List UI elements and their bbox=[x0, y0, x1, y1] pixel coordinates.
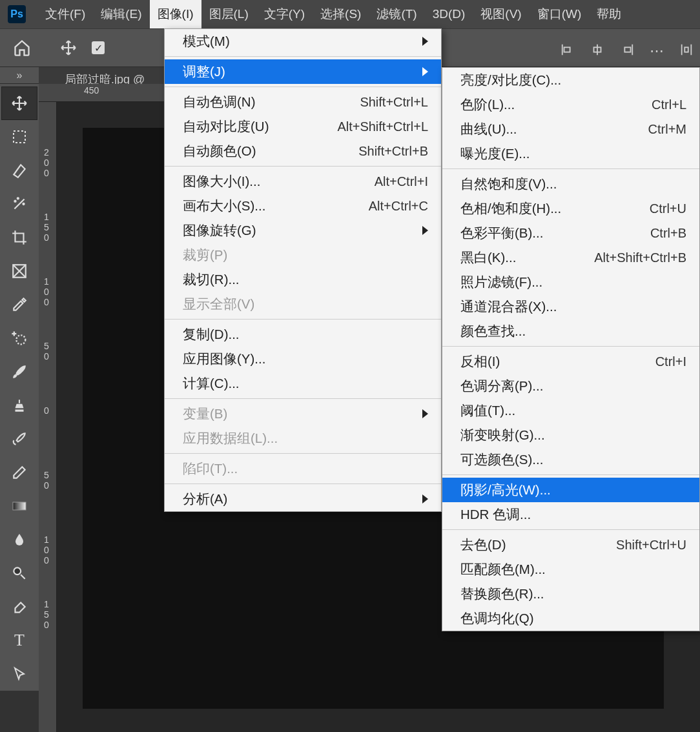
menu-3d[interactable]: 3D(D) bbox=[425, 0, 473, 28]
image-menu-item-16[interactable]: 应用图像(Y)... bbox=[165, 347, 441, 371]
image-menu-item-label: 自动对比度(U) bbox=[183, 117, 269, 136]
svg-rect-5 bbox=[624, 47, 630, 52]
move-tool-option-icon[interactable] bbox=[58, 37, 79, 58]
adjust-menu-item-20[interactable]: HDR 色调... bbox=[442, 502, 699, 527]
home-icon[interactable] bbox=[12, 37, 32, 58]
adjust-menu-item-label: 色相/饱和度(H)... bbox=[460, 199, 561, 218]
adjust-menu-item-1[interactable]: 色阶(L)...Ctrl+L bbox=[442, 92, 699, 117]
adjust-menu-item-8[interactable]: 黑白(K)...Alt+Shift+Ctrl+B bbox=[442, 245, 699, 270]
menu-file[interactable]: 文件(F) bbox=[37, 0, 93, 28]
adjust-menu-item-shortcut: Ctrl+M bbox=[648, 122, 686, 137]
spot-heal-tool[interactable] bbox=[1, 321, 37, 355]
adjust-menu-item-shortcut: Ctrl+B bbox=[650, 226, 686, 241]
distribute-icon[interactable] bbox=[679, 43, 694, 61]
adjust-menu-item-23[interactable]: 匹配颜色(M)... bbox=[442, 557, 699, 582]
image-menu-item-2[interactable]: 调整(J) bbox=[165, 59, 441, 84]
adjust-menu-item-label: 渐变映射(G)... bbox=[460, 426, 545, 444]
menu-filter[interactable]: 滤镜(T) bbox=[369, 0, 424, 28]
image-menu-item-0[interactable]: 模式(M) bbox=[165, 29, 441, 54]
svg-point-12 bbox=[23, 203, 24, 205]
menu-image[interactable]: 图像(I) bbox=[150, 0, 201, 28]
magic-wand-tool[interactable] bbox=[1, 187, 37, 221]
frame-tool[interactable] bbox=[1, 254, 37, 288]
adjust-menu-item-14[interactable]: 色调分离(P)... bbox=[442, 374, 699, 398]
adjust-menu-item-17[interactable]: 可选颜色(S)... bbox=[442, 447, 699, 472]
image-menu-item-shortcut: Shift+Ctrl+B bbox=[358, 144, 428, 159]
image-menu-item-label: 调整(J) bbox=[183, 63, 225, 81]
adjust-menu-separator bbox=[442, 346, 699, 347]
adjust-menu-item-11[interactable]: 颜色查找... bbox=[442, 319, 699, 343]
image-menu-item-15[interactable]: 复制(D)... bbox=[165, 322, 441, 347]
image-menu-item-shortcut: Alt+Ctrl+C bbox=[369, 199, 428, 214]
menu-select[interactable]: 选择(S) bbox=[313, 0, 369, 28]
menu-type[interactable]: 文字(Y) bbox=[256, 0, 313, 28]
move-tool[interactable] bbox=[1, 86, 37, 120]
adjust-menu-item-10[interactable]: 通道混合器(X)... bbox=[442, 294, 699, 319]
lasso-tool[interactable] bbox=[1, 154, 37, 187]
adjustments-submenu: 亮度/对比度(C)...色阶(L)...Ctrl+L曲线(U)...Ctrl+M… bbox=[442, 67, 700, 631]
menu-layer[interactable]: 图层(L) bbox=[201, 0, 256, 28]
adjust-menu-item-shortcut: Ctrl+L bbox=[652, 97, 686, 112]
adjust-menu-item-3[interactable]: 曝光度(E)... bbox=[442, 141, 699, 166]
ruler-vtick: 50 bbox=[41, 470, 52, 491]
adjust-menu-item-13[interactable]: 反相(I)Ctrl+I bbox=[442, 349, 699, 374]
menu-view[interactable]: 视图(V) bbox=[473, 0, 529, 28]
adjust-menu-item-16[interactable]: 渐变映射(G)... bbox=[442, 423, 699, 447]
align-right-icon[interactable] bbox=[620, 43, 634, 61]
adjust-menu-item-6[interactable]: 色相/饱和度(H)...Ctrl+U bbox=[442, 196, 699, 221]
align-hcenter-icon[interactable] bbox=[590, 43, 604, 61]
image-menu-item-9[interactable]: 画布大小(S)...Alt+Ctrl+C bbox=[165, 194, 441, 218]
adjust-menu-item-9[interactable]: 照片滤镜(F)... bbox=[442, 270, 699, 294]
adjust-menu-item-25[interactable]: 色调均化(Q) bbox=[442, 606, 699, 631]
image-menu-item-24[interactable]: 分析(A) bbox=[165, 487, 441, 511]
align-left-icon[interactable] bbox=[561, 43, 575, 61]
eyedropper-tool[interactable] bbox=[1, 288, 37, 321]
adjust-menu-separator bbox=[442, 168, 699, 169]
image-menu-item-5[interactable]: 自动对比度(U)Alt+Shift+Ctrl+L bbox=[165, 114, 441, 139]
image-menu-item-label: 应用图像(Y)... bbox=[183, 350, 265, 368]
adjust-menu-item-2[interactable]: 曲线(U)...Ctrl+M bbox=[442, 117, 699, 141]
gradient-tool[interactable] bbox=[1, 489, 37, 523]
image-menu-item-8[interactable]: 图像大小(I)...Alt+Ctrl+I bbox=[165, 169, 441, 194]
history-brush-tool[interactable] bbox=[1, 422, 37, 456]
menu-help[interactable]: 帮助 bbox=[589, 0, 629, 28]
menu-edit[interactable]: 编辑(E) bbox=[93, 0, 149, 28]
ellipsis-icon[interactable]: ⋯ bbox=[650, 43, 664, 61]
image-menu-item-label: 模式(M) bbox=[183, 32, 230, 50]
image-menu-item-17[interactable]: 计算(C)... bbox=[165, 371, 441, 396]
adjust-menu-item-0[interactable]: 亮度/对比度(C)... bbox=[442, 68, 699, 92]
adjust-menu-item-label: 曲线(U)... bbox=[460, 120, 517, 138]
svg-rect-9 bbox=[14, 131, 25, 143]
adjust-menu-item-5[interactable]: 自然饱和度(V)... bbox=[442, 172, 699, 196]
menu-window[interactable]: 窗口(W) bbox=[530, 0, 590, 28]
image-menu-item-4[interactable]: 自动色调(N)Shift+Ctrl+L bbox=[165, 90, 441, 114]
svg-point-20 bbox=[14, 567, 21, 574]
image-menu-item-12[interactable]: 裁切(R)... bbox=[165, 267, 441, 292]
image-menu-item-6[interactable]: 自动颜色(O)Shift+Ctrl+B bbox=[165, 139, 441, 163]
type-tool[interactable]: T bbox=[1, 624, 37, 657]
blur-tool[interactable] bbox=[1, 523, 37, 556]
brush-tool[interactable] bbox=[1, 355, 37, 389]
path-select-tool[interactable] bbox=[1, 657, 37, 691]
image-menu-item-label: 复制(D)... bbox=[183, 325, 240, 343]
auto-select-checkbox[interactable]: ✓ bbox=[92, 41, 105, 54]
adjust-menu-item-label: 匹配颜色(M)... bbox=[460, 560, 546, 578]
adjust-menu-item-15[interactable]: 阈值(T)... bbox=[442, 398, 699, 423]
adjust-menu-item-24[interactable]: 替换颜色(R)... bbox=[442, 582, 699, 606]
dodge-tool[interactable] bbox=[1, 556, 37, 590]
adjust-menu-item-label: 照片滤镜(F)... bbox=[460, 273, 542, 291]
adjust-menu-item-shortcut: Ctrl+U bbox=[650, 201, 686, 216]
adjust-menu-item-7[interactable]: 色彩平衡(B)...Ctrl+B bbox=[442, 221, 699, 245]
image-menu-item-shortcut: Alt+Shift+Ctrl+L bbox=[337, 119, 428, 134]
eraser-tool[interactable] bbox=[1, 456, 37, 489]
marquee-tool[interactable] bbox=[1, 120, 37, 154]
adjust-menu-item-19[interactable]: 阴影/高光(W)... bbox=[442, 478, 699, 502]
crop-tool[interactable] bbox=[1, 221, 37, 254]
image-menu-item-10[interactable]: 图像旋转(G) bbox=[165, 218, 441, 243]
image-menu-item-22: 陷印(T)... bbox=[165, 456, 441, 481]
clone-stamp-tool[interactable] bbox=[1, 389, 37, 422]
pen-tool[interactable] bbox=[1, 590, 37, 624]
submenu-arrow-icon bbox=[422, 494, 428, 503]
adjust-menu-item-22[interactable]: 去色(D)Shift+Ctrl+U bbox=[442, 533, 699, 557]
tools-expand-icon[interactable]: » bbox=[0, 67, 39, 84]
